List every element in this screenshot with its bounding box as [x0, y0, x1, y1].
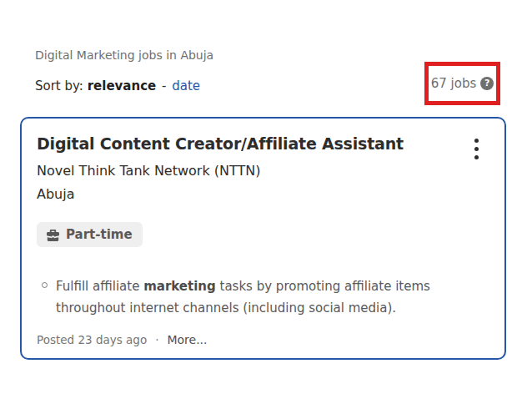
sort-separator: -: [162, 78, 166, 93]
job-search-results-page: Digital Marketing jobs in Abuja Sort by:…: [0, 0, 532, 404]
posted-date: Posted 23 days ago: [37, 333, 147, 346]
help-icon[interactable]: ?: [480, 77, 494, 90]
description-keyword: marketing: [143, 279, 216, 294]
briefcase-icon: [47, 229, 59, 240]
job-card-footer: Posted 23 days ago · More...: [37, 333, 208, 346]
job-count: 67 jobs: [431, 76, 477, 91]
sort-option-relevance[interactable]: relevance: [88, 78, 157, 93]
kebab-menu-icon[interactable]: [472, 136, 481, 162]
job-type-badge: Part-time: [37, 222, 143, 247]
company-name: Novel Think Tank Network (NTTN): [37, 163, 260, 179]
job-location: Abuja: [37, 186, 75, 202]
bullet-icon: [42, 282, 48, 288]
kebab-dot: [474, 139, 479, 143]
footer-separator: ·: [155, 333, 158, 346]
sort-by-label: Sort by:: [35, 78, 83, 93]
breadcrumb: Digital Marketing jobs in Abuja: [35, 48, 213, 62]
job-card[interactable]: Digital Content Creator/Affiliate Assist…: [20, 117, 506, 360]
sort-controls: Sort by: relevance - date: [35, 78, 200, 93]
job-description-text: Fulfill affiliate marketing tasks by pro…: [56, 275, 496, 319]
sort-option-date[interactable]: date: [172, 78, 200, 93]
job-count-highlight-box: 67 jobs ?: [424, 62, 500, 105]
job-description-snippet: Fulfill affiliate marketing tasks by pro…: [42, 275, 496, 319]
job-title-link[interactable]: Digital Content Creator/Affiliate Assist…: [37, 134, 404, 153]
job-type-label: Part-time: [66, 227, 133, 242]
kebab-dot: [474, 147, 479, 151]
kebab-dot: [474, 155, 479, 159]
description-before: Fulfill affiliate: [56, 279, 143, 294]
more-link[interactable]: More...: [167, 333, 207, 346]
